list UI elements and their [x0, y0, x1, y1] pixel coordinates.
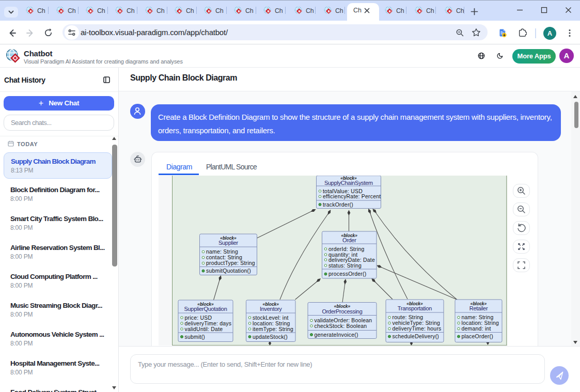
svg-text:submit(): submit() — [185, 334, 206, 340]
svg-text:Inventory: Inventory — [260, 306, 282, 312]
svg-text:demand: int: demand: int — [462, 325, 491, 332]
svg-text:validUntil: Date: validUntil: Date — [185, 326, 223, 332]
svg-text:itemType: String: itemType: String — [253, 326, 293, 332]
svg-text:generateInvoice(): generateInvoice() — [315, 332, 358, 338]
svg-text:OrderProcessing: OrderProcessing — [322, 308, 362, 315]
svg-text:Order: Order — [342, 237, 356, 243]
svg-text:Supplier: Supplier — [218, 240, 239, 246]
svg-text:scheduleDelivery(): scheduleDelivery() — [393, 333, 440, 339]
svg-text:productType: String: productType: String — [206, 260, 255, 266]
svg-text:placeOrder(): placeOrder() — [462, 333, 493, 339]
svg-text:Retailer: Retailer — [469, 305, 488, 311]
svg-text:updateStock(): updateStock() — [253, 334, 288, 340]
svg-text:Transportation: Transportation — [398, 305, 432, 311]
svg-text:SupplierQuotation: SupplierQuotation — [184, 306, 227, 312]
svg-text:checkStock: Boolean: checkStock: Boolean — [315, 323, 367, 329]
svg-text:processOrder(): processOrder() — [328, 271, 366, 277]
svg-text:efficiencyRate: Percent: efficiencyRate: Percent — [323, 193, 381, 199]
svg-text:SupplyChainSystem: SupplyChainSystem — [324, 180, 373, 186]
svg-text:submitQuotation(): submitQuotation() — [206, 268, 251, 274]
svg-text:status: String: status: String — [328, 262, 362, 269]
svg-text:deliveryTime: hours: deliveryTime: hours — [393, 325, 442, 332]
svg-text:trackOrder(): trackOrder() — [323, 201, 353, 208]
